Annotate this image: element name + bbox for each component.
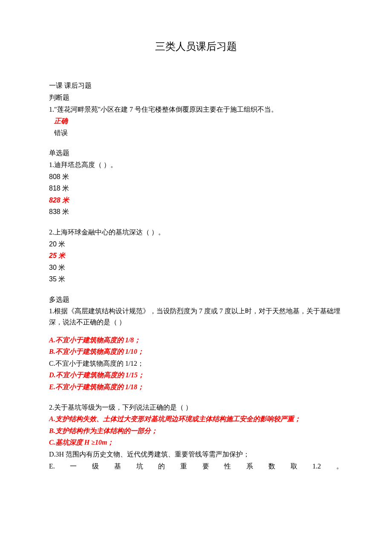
multi-q1-text: 1.根据《高层建筑结构设计规范》，当设防烈度为 7 度或 7 度以上时，对于天然… <box>49 306 343 327</box>
multi-q1-a: A.不宜小于建筑物高度的 1/8； <box>49 335 343 346</box>
multi-q1-b: B.不宜小于建筑物高度的 1/10； <box>49 346 343 357</box>
single-q1-c: 828 米 <box>49 195 343 206</box>
single-q1-d: 838 米 <box>49 206 343 217</box>
multi-q2-e: E.一级基坑的重要性系数取1.2。 <box>49 461 343 472</box>
single-q2-b: 25 米 <box>49 250 343 261</box>
lesson-header: 一课 课后习题 <box>49 80 343 91</box>
multi-q2-b: B.支护结构作为主体结构的一部分； <box>49 425 343 436</box>
tf-section-label: 判断题 <box>49 92 343 103</box>
single-q2-d: 35 米 <box>49 274 343 285</box>
multi-q2-d: D.3H 范围内有历史文物、近代优秀建筑、重要管线等需严加保护； <box>49 449 343 460</box>
single-q2-c: 30 米 <box>49 262 343 273</box>
tf-q1-text: 1."莲花河畔景苑"小区在建 7 号住宅楼整体倒覆原因主要在于施工组织不当。 <box>49 104 343 115</box>
tf-q1-correct: 正确 <box>49 116 343 127</box>
single-q1-text: 1.迪拜塔总高度（ ）。 <box>49 159 343 171</box>
multi-q1-e: E.不宜小于建筑物高度的 1/18； <box>49 382 343 393</box>
single-q2-text: 2.上海环球金融中心的基坑深达（ ）。 <box>49 227 343 238</box>
page-title: 三类人员课后习题 <box>49 38 343 55</box>
single-section-label: 单选题 <box>49 147 343 159</box>
single-q1-b: 818 米 <box>49 183 343 194</box>
multi-q1-d: D.不宜小于建筑物高度的 1/15； <box>49 370 343 381</box>
multi-q2-text: 2.关于基坑等级为一级，下列说法正确的是（ ） <box>49 402 343 413</box>
single-q2-a: 20 米 <box>49 239 343 250</box>
multi-q1-c: C.不宜小于建筑物高度的 1/12； <box>49 358 343 369</box>
multi-q2-a: A.支护结构失效、土体过大变形对基坑周边环境或主体结构施工安全的影响较严重； <box>49 413 343 425</box>
multi-q2-c: C.基坑深度 H ≥10m； <box>49 437 343 448</box>
multi-section-label: 多选题 <box>49 294 343 305</box>
single-q1-a: 808 米 <box>49 171 343 182</box>
tf-q1-wrong: 错误 <box>49 127 343 139</box>
